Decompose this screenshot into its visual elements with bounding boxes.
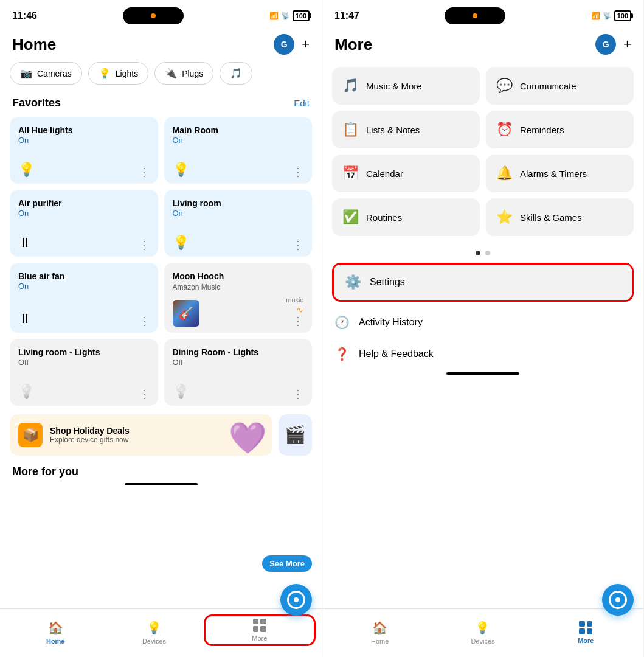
home-nav-icon: 🏠 xyxy=(48,620,63,635)
more-card-skills[interactable]: ⭐ Skills & Games xyxy=(486,198,634,236)
light-icon-1: 💡 xyxy=(173,162,189,178)
help-feedback-item[interactable]: ❓ Help & Feedback xyxy=(322,338,643,370)
more-btn-7[interactable]: ⋮ xyxy=(293,389,303,400)
more-btn-6[interactable]: ⋮ xyxy=(139,389,150,400)
more-btn-3[interactable]: ⋮ xyxy=(293,240,303,251)
help-label: Help & Feedback xyxy=(359,349,434,360)
time-right: 11:47 xyxy=(334,10,359,21)
promo-amazon-icon: 📦 xyxy=(18,423,43,447)
device-card-living-room[interactable]: Living room On 💡 ⋮ xyxy=(164,190,313,257)
more-btn-2[interactable]: ⋮ xyxy=(139,240,150,251)
more-items-grid: 🎵 Music & More 💬 Communicate 📋 Lists & N… xyxy=(322,62,643,246)
tab-cameras[interactable]: 📷 Cameras xyxy=(10,62,82,85)
amazon-music-logo: music xyxy=(286,296,303,304)
devices-nav-icon-right: 💡 xyxy=(475,620,490,635)
card-status-6: Off xyxy=(18,358,150,367)
add-button-left[interactable]: + xyxy=(302,36,310,52)
island-dot-right xyxy=(473,13,477,18)
light-icon-3: 💡 xyxy=(173,235,189,251)
tab-music[interactable]: 🎵 xyxy=(220,62,252,85)
device-card-blue-air-fan[interactable]: Blue air fan On ⏸ ⋮ xyxy=(10,263,158,333)
settings-item[interactable]: ⚙️ Settings xyxy=(334,265,632,300)
music-more-icon: 🎵 xyxy=(342,78,359,94)
edit-button[interactable]: Edit xyxy=(294,98,310,108)
alarms-icon: 🔔 xyxy=(496,165,513,181)
alarms-label: Alarms & Timers xyxy=(520,169,587,179)
music-more-label: Music & More xyxy=(366,81,422,91)
nav-more-left[interactable]: More xyxy=(204,614,316,646)
card-status-5: Amazon Music xyxy=(173,283,304,291)
island-dot-left xyxy=(151,13,156,18)
promo-holiday-deals[interactable]: 📦 Shop Holiday Deals Explore device gift… xyxy=(10,414,272,456)
more-card-reminders[interactable]: ⏰ Reminders xyxy=(486,111,634,148)
tab-cameras-label: Cameras xyxy=(37,69,72,78)
activity-history-item[interactable]: 🕐 Activity History xyxy=(322,307,643,338)
home-nav-label-right: Home xyxy=(371,638,389,645)
device-card-dining-room-lights[interactable]: Dining Room - Lights Off 💡 ⋮ xyxy=(164,339,313,406)
alexa-fab-left[interactable] xyxy=(280,584,312,616)
nav-home-left[interactable]: 🏠 Home xyxy=(6,616,105,645)
see-more-bubble[interactable]: See More xyxy=(262,555,312,572)
device-card-air-purifier[interactable]: Air purifier On ⏸ ⋮ xyxy=(10,190,158,257)
tab-plugs[interactable]: 🔌 Plugs xyxy=(154,62,213,85)
device-card-all-hue-lights[interactable]: All Hue lights On 💡 ⋮ xyxy=(10,117,158,184)
alexa-fab-right[interactable] xyxy=(602,584,634,616)
card-footer-5: 🎸 music ∿ ⋮ xyxy=(173,296,304,327)
more-card-lists[interactable]: 📋 Lists & Notes xyxy=(332,111,480,148)
status-icons-right: 📶 📡 100 xyxy=(591,10,631,21)
wifi-icon: 📡 xyxy=(281,12,290,20)
more-header-actions: G + xyxy=(595,34,631,55)
avatar-left[interactable]: G xyxy=(274,34,294,55)
nav-devices-left[interactable]: 💡 Devices xyxy=(105,616,203,645)
device-card-moon-hooch[interactable]: Moon Hooch Amazon Music 🎸 music ∿ ⋮ xyxy=(164,263,313,333)
battery-right: 100 xyxy=(614,10,631,21)
more-nav-label: More xyxy=(252,634,267,642)
more-btn-0[interactable]: ⋮ xyxy=(139,167,150,178)
favorites-title: Favorites xyxy=(12,97,61,109)
more-card-alarms[interactable]: 🔔 Alarms & Timers xyxy=(486,155,634,192)
home-nav-icon-right: 🏠 xyxy=(372,620,387,635)
nav-more-right[interactable]: More xyxy=(535,616,637,644)
more-card-music[interactable]: 🎵 Music & More xyxy=(332,67,480,105)
more-btn-4[interactable]: ⋮ xyxy=(139,316,150,327)
promo-disney-card[interactable]: 🎬 xyxy=(279,414,312,456)
more-card-routines[interactable]: ✅ Routines xyxy=(332,198,480,236)
card-footer-0: 💡 ⋮ xyxy=(18,162,150,178)
activity-label: Activity History xyxy=(359,317,423,328)
music-tab-icon: 🎵 xyxy=(230,68,242,79)
promo-title: Shop Holiday Deals xyxy=(50,426,130,436)
alexa-fab-dot xyxy=(294,597,299,602)
routines-label: Routines xyxy=(366,212,402,223)
more-card-communicate[interactable]: 💬 Communicate xyxy=(486,67,634,105)
more-card-calendar[interactable]: 📅 Calendar xyxy=(332,155,480,192)
plug-icon-4: ⏸ xyxy=(18,311,32,327)
promo-bulb-icon: 💜 xyxy=(229,420,266,456)
status-icons-left: 📶 📡 100 xyxy=(269,10,310,21)
device-card-main-room[interactable]: Main Room On 💡 ⋮ xyxy=(164,117,313,184)
more-btn-5[interactable]: ⋮ xyxy=(293,316,303,327)
amazon-smile-icon: ∿ xyxy=(296,305,303,315)
plugs-icon: 🔌 xyxy=(165,68,177,79)
left-phone-screen: 11:46 📶 📡 100 Home G + 📷 Cameras 💡 Light… xyxy=(0,0,322,657)
music-text: music xyxy=(286,296,303,304)
add-button-right[interactable]: + xyxy=(623,36,631,52)
card-status-0: On xyxy=(18,136,150,145)
nav-devices-right[interactable]: 💡 Devices xyxy=(431,616,534,645)
lights-icon: 💡 xyxy=(99,68,111,79)
tab-lights[interactable]: 💡 Lights xyxy=(88,62,148,85)
bottom-nav-right: 🏠 Home 💡 Devices More xyxy=(322,608,643,657)
alexa-fab-ring xyxy=(287,591,305,609)
skills-label: Skills & Games xyxy=(520,212,582,223)
nav-home-right[interactable]: 🏠 Home xyxy=(328,616,431,645)
device-cards-grid: All Hue lights On 💡 ⋮ Main Room On 💡 ⋮ A… xyxy=(0,117,322,406)
routines-icon: ✅ xyxy=(342,209,359,225)
card-footer-3: 💡 ⋮ xyxy=(173,235,304,251)
avatar-right[interactable]: G xyxy=(595,34,616,55)
alexa-fab-dot-right xyxy=(615,597,620,602)
disney-icon: 🎬 xyxy=(285,425,306,445)
category-tabs: 📷 Cameras 💡 Lights 🔌 Plugs 🎵 xyxy=(0,62,322,94)
more-btn-1[interactable]: ⋮ xyxy=(293,167,303,178)
card-status-7: Off xyxy=(173,358,304,367)
device-card-living-room-lights[interactable]: Living room - Lights Off 💡 ⋮ xyxy=(10,339,158,406)
pagination-dots xyxy=(322,246,643,258)
